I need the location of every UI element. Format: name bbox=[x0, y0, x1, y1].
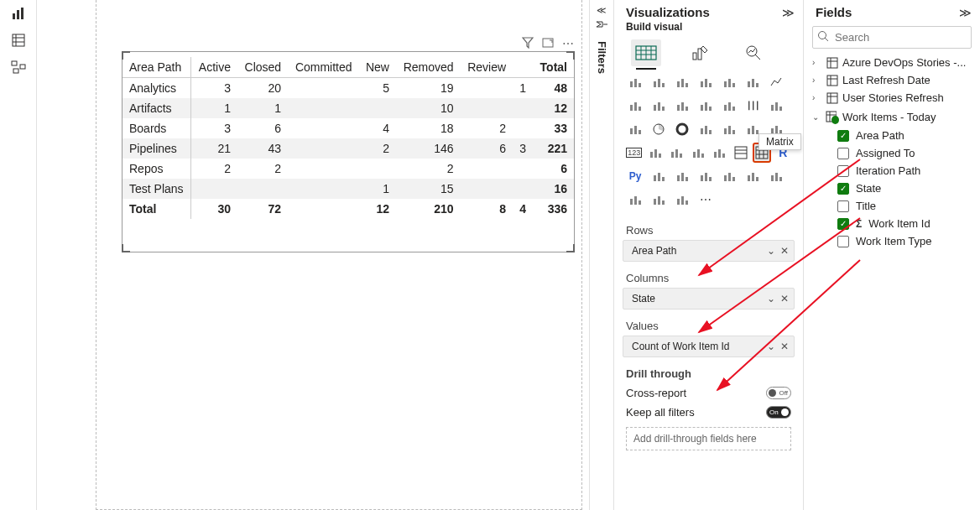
svg-line-20 bbox=[755, 55, 760, 60]
pie-viz-icon[interactable] bbox=[649, 120, 668, 138]
field-item[interactable]: Assigned To bbox=[812, 144, 972, 162]
collapse-fields-icon[interactable]: ≫ bbox=[959, 6, 972, 19]
chevron-down-icon[interactable]: ⌄ bbox=[767, 341, 775, 352]
table-row[interactable]: Test Plans11516 bbox=[122, 179, 574, 199]
values-well-item[interactable]: Count of Work Item Id⌄✕ bbox=[623, 336, 795, 357]
svg-rect-95 bbox=[658, 173, 660, 181]
q-and-a-viz-icon[interactable] bbox=[696, 167, 715, 185]
remove-icon[interactable]: ✕ bbox=[780, 293, 789, 304]
stacked-bar-viz-icon[interactable] bbox=[626, 73, 644, 91]
chevron-down-icon[interactable]: ⌄ bbox=[767, 245, 775, 257]
collapse-viz-icon[interactable]: ≫ bbox=[782, 6, 795, 19]
table-row[interactable]: Pipelines2143214663221 bbox=[122, 138, 574, 159]
table-row[interactable]: Repos2226 bbox=[122, 159, 574, 179]
field-checkbox[interactable] bbox=[837, 183, 849, 195]
smart-narrative-viz-icon[interactable] bbox=[720, 167, 738, 185]
chevron-down-icon[interactable]: ⌄ bbox=[767, 293, 775, 304]
filters-pane-collapsed[interactable]: ≪ Filters bbox=[589, 0, 614, 510]
field-checkbox[interactable] bbox=[837, 165, 849, 177]
report-view-icon[interactable] bbox=[10, 5, 27, 22]
remove-icon[interactable]: ✕ bbox=[780, 341, 789, 352]
field-checkbox[interactable] bbox=[837, 200, 849, 212]
data-view-icon[interactable] bbox=[10, 32, 27, 49]
treemap-viz-icon[interactable] bbox=[696, 120, 715, 138]
field-item[interactable]: Work Item Type bbox=[812, 232, 972, 250]
filters-icon[interactable] bbox=[594, 19, 609, 34]
columns-well-item[interactable]: State⌄✕ bbox=[623, 288, 795, 310]
card-viz-icon[interactable] bbox=[647, 143, 663, 162]
field-item[interactable]: Iteration Path bbox=[812, 162, 972, 180]
matrix-col-header[interactable]: Active bbox=[191, 57, 237, 78]
table-node[interactable]: ›Last Refresh Date bbox=[812, 71, 972, 89]
stacked-column-viz-icon[interactable] bbox=[673, 73, 691, 91]
paginated-viz-icon[interactable] bbox=[743, 167, 762, 185]
metrics-viz-icon[interactable] bbox=[767, 167, 785, 185]
build-tab[interactable] bbox=[631, 39, 661, 66]
more-viz-icon[interactable] bbox=[673, 190, 691, 209]
key-influencers-viz-icon[interactable] bbox=[649, 167, 668, 185]
slicer-viz-icon[interactable] bbox=[712, 143, 727, 162]
field-checkbox[interactable] bbox=[837, 148, 849, 159]
clustered-bar-viz-icon[interactable] bbox=[696, 73, 715, 91]
decomposition-viz-icon[interactable] bbox=[673, 167, 691, 185]
100-stacked-bar-viz-icon[interactable] bbox=[720, 73, 738, 91]
filter-icon[interactable] bbox=[522, 37, 534, 51]
scatter-viz-icon[interactable] bbox=[626, 120, 644, 138]
table-viz-icon[interactable] bbox=[732, 143, 748, 162]
donut-viz-icon[interactable] bbox=[673, 120, 691, 138]
format-tab[interactable] bbox=[685, 39, 715, 66]
focus-icon[interactable] bbox=[542, 37, 554, 51]
line-clustered-viz-icon[interactable] bbox=[673, 96, 691, 115]
map-viz-icon[interactable] bbox=[720, 120, 738, 138]
matrix-col-header[interactable] bbox=[513, 57, 533, 78]
table-row[interactable]: Boards36418233 bbox=[122, 118, 574, 138]
line-stacked-viz-icon[interactable] bbox=[696, 96, 715, 115]
funnel-viz-icon[interactable] bbox=[767, 96, 785, 115]
cross-report-toggle[interactable]: Off bbox=[766, 387, 791, 399]
field-checkbox[interactable] bbox=[837, 236, 849, 247]
table-node[interactable]: ›Azure DevOps Stories -... bbox=[812, 54, 972, 71]
clustered-column-viz-icon[interactable] bbox=[649, 73, 668, 91]
matrix-visual[interactable]: ⋯ Area PathActiveClosedCommittedNewRemov… bbox=[122, 51, 575, 252]
model-view-icon[interactable] bbox=[10, 59, 27, 75]
table-node[interactable]: ›User Stories Refresh bbox=[812, 89, 972, 107]
rows-well-item[interactable]: Area Path⌄✕ bbox=[623, 240, 795, 262]
ellipsis-viz-icon[interactable]: ⋯ bbox=[696, 190, 715, 209]
area-viz-icon[interactable] bbox=[626, 96, 644, 115]
python-viz-icon[interactable]: Py bbox=[626, 167, 644, 185]
100-stacked-column-viz-icon[interactable] bbox=[743, 73, 762, 91]
matrix-col-header[interactable]: Area Path bbox=[122, 57, 191, 78]
matrix-col-header[interactable]: Committed bbox=[288, 57, 358, 78]
stacked-area-viz-icon[interactable] bbox=[649, 96, 668, 115]
more-icon[interactable]: ⋯ bbox=[562, 37, 574, 51]
matrix-col-header[interactable]: Total bbox=[533, 57, 574, 78]
keep-filters-toggle[interactable]: On bbox=[766, 406, 791, 419]
field-item[interactable]: Area Path bbox=[812, 127, 972, 144]
expand-filters-icon[interactable]: ≪ bbox=[597, 5, 607, 16]
table-row[interactable]: Artifacts111012 bbox=[122, 98, 574, 118]
multi-row-card-viz-icon[interactable] bbox=[669, 143, 685, 162]
matrix-col-header[interactable]: Removed bbox=[396, 57, 461, 78]
waterfall-viz-icon[interactable]: ┃┃┃ bbox=[743, 96, 762, 115]
analytics-tab[interactable] bbox=[738, 39, 769, 66]
field-item[interactable]: Title bbox=[812, 197, 972, 215]
remove-icon[interactable]: ✕ bbox=[780, 245, 789, 257]
field-checkbox[interactable] bbox=[837, 130, 849, 142]
field-item[interactable]: State bbox=[812, 180, 972, 197]
matrix-col-header[interactable]: Closed bbox=[237, 57, 288, 78]
gauge-viz-icon[interactable]: 123 bbox=[626, 143, 642, 162]
search-input[interactable] bbox=[812, 26, 972, 49]
line-viz-icon[interactable] bbox=[767, 73, 785, 91]
field-checkbox[interactable] bbox=[837, 218, 849, 230]
power-apps-viz-icon[interactable] bbox=[626, 190, 644, 209]
drillthrough-drop[interactable]: Add drill-through fields here bbox=[626, 427, 791, 450]
table-row[interactable]: Analytics320519148 bbox=[122, 78, 574, 99]
matrix-col-header[interactable]: New bbox=[359, 57, 396, 78]
kpi-viz-icon[interactable] bbox=[690, 143, 706, 162]
matrix-col-header[interactable]: Review bbox=[461, 57, 513, 78]
report-canvas[interactable]: ⋯ Area PathActiveClosedCommittedNewRemov… bbox=[37, 0, 589, 510]
table-node[interactable]: ⌄Work Items - Today bbox=[812, 107, 972, 127]
ribbon-viz-icon[interactable] bbox=[720, 96, 738, 115]
power-automate-viz-icon[interactable] bbox=[649, 190, 668, 209]
field-item[interactable]: ΣWork Item Id bbox=[812, 215, 972, 232]
